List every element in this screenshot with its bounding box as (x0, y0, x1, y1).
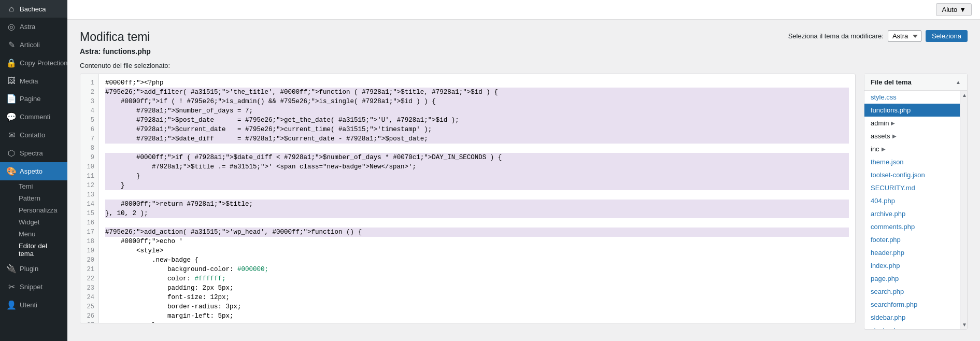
line-number: 7 (80, 134, 98, 144)
file-item[interactable]: comments.php (864, 220, 960, 233)
file-item[interactable]: style.css (864, 91, 960, 104)
scroll-arrow-down[interactable]: ▼ (960, 320, 967, 329)
file-item[interactable]: 404.php (864, 194, 960, 207)
file-item[interactable]: searchform.php (864, 298, 960, 311)
file-item[interactable]: footer.php (864, 233, 960, 246)
file-name: admin (871, 119, 889, 127)
page-title: Modifica temi (80, 30, 151, 44)
sidebar-sub-personalizza[interactable]: Personalizza (0, 204, 67, 216)
code-line: #7928a1;">$date_diff = #7928a1;">$curren… (105, 134, 849, 144)
sidebar-item-plugin[interactable]: 🔌 Plugin (0, 260, 67, 278)
code-line: #0000ff;">echo ' (105, 237, 849, 246)
sidebar-item-utenti[interactable]: 👤 Utenti (0, 296, 67, 314)
page-icon: 📄 (6, 94, 17, 104)
sidebar: ⌂ Bacheca ◎ Astra ✎ Articoli 🔒 Copy Prot… (0, 0, 67, 341)
home-icon: ⌂ (6, 4, 17, 13)
file-tree-scrollbar: ▲ ▼ (960, 91, 967, 329)
file-name: searchform.php (871, 301, 917, 308)
sidebar-item-snippet[interactable]: ✂ Snippet (0, 278, 67, 296)
theme-select[interactable]: Astra (888, 30, 921, 42)
code-line: padding: 2px 5px; (105, 283, 849, 293)
plugin-icon: 🔌 (6, 264, 17, 274)
file-name: archive.php (871, 210, 905, 218)
file-item[interactable]: assets ▶ (864, 130, 960, 143)
file-name: comments.php (871, 223, 915, 231)
line-number: 5 (80, 116, 98, 125)
sidebar-item-label: Pagine (20, 95, 40, 103)
sidebar-item-bacheca[interactable]: ⌂ Bacheca (0, 0, 67, 18)
sidebar-sub-menu[interactable]: Menu (0, 228, 67, 240)
code-line: } (105, 181, 849, 190)
scroll-arrow-up[interactable]: ▲ (960, 91, 967, 100)
line-number: 3 (80, 97, 98, 106)
file-item[interactable]: theme.json (864, 155, 960, 168)
seleziona-button[interactable]: Seleziona (926, 30, 968, 42)
editor-layout: 1234567891011121314151617181920212223242… (80, 74, 968, 330)
sidebar-sub-widget[interactable]: Widget (0, 216, 67, 228)
scroll-up-icon[interactable]: ▲ (956, 79, 961, 85)
page-area: Modifica temi Astra: functions.php Selez… (67, 20, 980, 341)
sidebar-item-contatto[interactable]: ✉ Contatto (0, 126, 67, 144)
line-number: 2 (80, 88, 98, 97)
sidebar-item-spectra[interactable]: ⬡ Spectra (0, 144, 67, 162)
file-item[interactable]: toolset-config.json (864, 168, 960, 181)
line-number: 17 (80, 228, 98, 237)
file-item[interactable]: functions.php (864, 104, 960, 117)
code-line: #0000ff;">if ( #7928a1;">$date_diff < #7… (105, 153, 849, 162)
sidebar-sub-temi[interactable]: Temi (0, 180, 67, 192)
sidebar-item-copy-protection[interactable]: 🔒 Copy Protection (0, 54, 67, 72)
line-number: 16 (80, 218, 98, 228)
sidebar-sub-editor-del-tema[interactable]: Editor del tema (0, 240, 67, 260)
lock-icon: 🔒 (6, 58, 17, 68)
chevron-down-icon: ▼ (959, 6, 966, 13)
sidebar-item-aspetto[interactable]: 🎨 Aspetto (0, 162, 67, 180)
file-name: assets (871, 132, 890, 140)
code-line (105, 190, 849, 200)
file-name: 404.php (871, 197, 895, 205)
line-number: 23 (80, 283, 98, 293)
file-item[interactable]: sidebar.php (864, 311, 960, 324)
code-line: font-size: 12px; (105, 293, 849, 302)
file-item[interactable]: page.php (864, 272, 960, 285)
sidebar-item-commenti[interactable]: 💬 Commenti (0, 108, 67, 126)
comment-icon: 💬 (6, 112, 17, 122)
line-number: 12 (80, 181, 98, 190)
file-item[interactable]: archive.php (864, 207, 960, 220)
sidebar-item-label: Astra (20, 23, 35, 31)
sidebar-item-media[interactable]: 🖼 Media (0, 72, 67, 90)
line-number: 11 (80, 172, 98, 181)
file-tree: File del tema ▲ style.cssfunctions.phpad… (864, 74, 968, 330)
code-line: <style> (105, 246, 849, 255)
file-item[interactable]: search.php (864, 285, 960, 298)
sidebar-item-articoli[interactable]: ✎ Articoli (0, 36, 67, 54)
file-name: footer.php (871, 236, 901, 244)
file-item[interactable]: header.php (864, 246, 960, 259)
folder-arrow-icon: ▶ (882, 146, 886, 152)
sidebar-sub-pattern[interactable]: Pattern (0, 192, 67, 204)
folder-arrow-icon: ▶ (892, 133, 897, 139)
code-line: .new-badge { (105, 255, 849, 265)
code-line (105, 218, 849, 228)
line-number: 21 (80, 265, 98, 274)
file-name: functions.php (871, 106, 911, 114)
theme-selector-label: Seleziona il tema da modificare: (788, 32, 884, 40)
file-item[interactable]: admin ▶ (864, 117, 960, 130)
file-name: toolset-config.json (871, 171, 925, 179)
code-content[interactable]: #0000ff;"><?php#795e26;">add_filter( #a3… (99, 74, 855, 323)
line-number: 24 (80, 293, 98, 302)
line-numbers: 1234567891011121314151617181920212223242… (80, 74, 99, 323)
file-item[interactable]: inc ▶ (864, 143, 960, 155)
code-editor[interactable]: 1234567891011121314151617181920212223242… (80, 74, 856, 323)
sidebar-item-astra[interactable]: ◎ Astra (0, 18, 67, 36)
sidebar-item-pagine[interactable]: 📄 Pagine (0, 90, 67, 108)
file-item[interactable]: single.php (864, 324, 960, 329)
file-item[interactable]: index.php (864, 259, 960, 272)
file-item[interactable]: SECURITY.md (864, 181, 960, 194)
sidebar-item-label: Contatto (20, 131, 45, 139)
code-line: }, 10, 2 ); (105, 209, 849, 218)
topbar: Aiuto ▼ (67, 0, 980, 20)
theme-selector-bar: Seleziona il tema da modificare: Astra S… (788, 30, 968, 42)
main-content: Aiuto ▼ Modifica temi Astra: functions.p… (67, 0, 980, 341)
help-button[interactable]: Aiuto ▼ (936, 3, 972, 16)
code-line: #7928a1;">$post_date = #795e26;">get_the… (105, 116, 849, 125)
